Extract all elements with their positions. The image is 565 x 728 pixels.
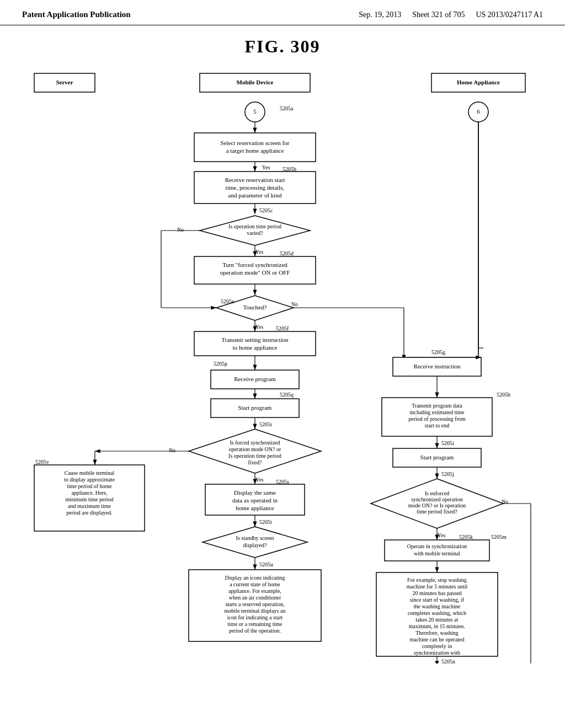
disp-icon-t4: when an air conditioner bbox=[229, 595, 281, 601]
transmit-setting-text-1: Transmit setting instruction bbox=[221, 336, 289, 343]
ref-5205t: 5205t bbox=[259, 519, 272, 525]
operate-sync-t2: with mobile terminal bbox=[414, 550, 460, 556]
yes-label-1: Yes bbox=[262, 164, 270, 170]
transmit-prog-t1: Transmit program data bbox=[412, 403, 462, 409]
flowchart-container: Server Mobile Device Home Appliance 5 52… bbox=[18, 68, 547, 666]
example-t6: completes washing, which bbox=[408, 610, 466, 616]
ref-5205m-label: 5205m bbox=[491, 534, 507, 540]
ref-5205g-label: 5205g bbox=[431, 349, 445, 355]
no-label-3: No bbox=[169, 447, 175, 453]
select-reservation-text-2: a target home appliance bbox=[226, 147, 284, 154]
start-program-app-text: Start program bbox=[420, 454, 454, 461]
cause-t1: Cause mobile terminal bbox=[65, 470, 115, 476]
example-t5: the washing machine bbox=[414, 603, 461, 609]
receive-program-text: Receive program bbox=[234, 376, 276, 382]
header-right: Sep. 19, 2013 Sheet 321 of 705 US 2013/0… bbox=[359, 10, 543, 19]
ref-5205a: 5205a bbox=[280, 105, 294, 111]
cause-t2: to display approximate bbox=[64, 477, 115, 483]
disp-icon-t5: starts a reserved operation, bbox=[225, 601, 284, 607]
ref-5205c: 5205c bbox=[259, 207, 273, 213]
yes-label-5: Yes bbox=[438, 532, 446, 538]
ref-5205j-label: 5205j bbox=[441, 471, 454, 477]
ref-5205d: 5205d bbox=[280, 250, 294, 256]
ref-5205q: 5205q bbox=[280, 392, 294, 398]
publication-date: Sep. 19, 2013 bbox=[359, 10, 401, 19]
cause-t5: minimum time period bbox=[65, 496, 113, 502]
ref-5205i-label: 5205i bbox=[441, 440, 454, 446]
circle-5-label: 5 bbox=[253, 108, 257, 115]
yes-label-2: Yes bbox=[255, 249, 264, 255]
receive-instruction-text: Receive instruction bbox=[413, 363, 461, 370]
operate-sync-t1: Operate in synchronization bbox=[407, 543, 467, 549]
op-diamond-text-1: Is operation time period bbox=[228, 223, 281, 229]
disp-icon-t1: Display an icons indicating bbox=[225, 575, 285, 581]
receive-res-text-3: and parameter of kind bbox=[228, 192, 282, 199]
ref-5205n-label: 5205n bbox=[441, 659, 455, 663]
yes-label-4: Yes bbox=[255, 477, 264, 483]
disp-icon-t7: icon for indicating a start bbox=[227, 614, 283, 620]
standby-text-1: Is standby screen bbox=[236, 535, 274, 541]
sheet-info: Sheet 321 of 705 bbox=[412, 10, 465, 19]
cause-t7: period are displayed. bbox=[66, 510, 113, 516]
turn-text-2: operation mode" ON or OFF bbox=[220, 269, 290, 276]
receive-res-text-2: time, processing details, bbox=[226, 184, 285, 191]
disp-icon-t9: period of the operation. bbox=[229, 628, 281, 634]
page-header: Patent Application Publication Sep. 19, … bbox=[0, 0, 565, 25]
transmit-setting-text-2: to home appliance bbox=[233, 344, 278, 351]
ref-5205e: 5205e bbox=[221, 298, 234, 304]
display-same-text-2: data as operated in bbox=[232, 497, 278, 504]
figure-title: FIG. 309 bbox=[17, 36, 548, 57]
example-t7: takes 20 minutes at bbox=[416, 617, 459, 623]
mobile-label: Mobile Device bbox=[237, 79, 274, 85]
yes-label-3: Yes bbox=[255, 324, 264, 330]
start-program-mobile-text: Start program bbox=[238, 404, 272, 411]
display-same-text-1: Display the same bbox=[234, 489, 276, 496]
ref-5205u: 5205u bbox=[259, 561, 273, 568]
example-t4: since start of washing, if bbox=[410, 597, 465, 603]
ref-5205v-label: 5205v bbox=[35, 459, 49, 465]
example-t1: For example, stop washing bbox=[407, 577, 467, 583]
flowchart-svg: Server Mobile Device Home Appliance 5 52… bbox=[18, 68, 547, 663]
enforced-t3: mode ON? or Is operation bbox=[408, 502, 466, 508]
ref-5205r: 5205r bbox=[259, 421, 273, 427]
ref-5205f: 5205f bbox=[276, 325, 289, 331]
ref-5205k-label: 5205k bbox=[459, 534, 473, 540]
disp-icon-t8: time or a remaining time bbox=[228, 621, 282, 627]
turn-text-1: Turn "forced synchronized bbox=[222, 261, 287, 268]
enforced-t4: time period fixed? bbox=[417, 508, 457, 515]
forced-text-1: Is forced synchronized bbox=[230, 440, 280, 446]
circle-6-label: 6 bbox=[477, 108, 480, 115]
ref-5205h-label: 5205h bbox=[497, 392, 510, 398]
touched-text: Touched? bbox=[243, 304, 267, 311]
forced-text-3: Is operation time period bbox=[228, 453, 281, 459]
display-same-text-3: home appliance bbox=[236, 505, 274, 511]
example-t10: machine can be operated bbox=[409, 636, 464, 643]
example-t2: machine for 5 minutes until bbox=[407, 584, 468, 590]
example-t9: Therefore, washing bbox=[415, 630, 459, 636]
example-t8: maximum, in 15 minutes. bbox=[409, 623, 466, 629]
disp-icon-t3: appliance. For example, bbox=[228, 588, 281, 594]
server-label: Server bbox=[56, 79, 73, 85]
appliance-label: Home Appliance bbox=[457, 79, 500, 85]
patent-number: US 2013/0247117 A1 bbox=[476, 10, 543, 19]
cause-t3: time period of home bbox=[67, 483, 112, 489]
no-label-1: No bbox=[177, 227, 184, 233]
diagram-area: FIG. 309 Server Mobile Device Home Appli… bbox=[0, 25, 565, 677]
patent-publication-label: Patent Application Publication bbox=[22, 10, 131, 19]
enforced-t1: Is enforced bbox=[425, 490, 450, 496]
forced-text-2: operation mode ON? or bbox=[229, 446, 281, 452]
example-t12: synchronization with bbox=[414, 650, 460, 656]
forced-text-4: fixed? bbox=[248, 459, 263, 465]
disp-icon-t6: mobile terminal displays an bbox=[225, 608, 286, 614]
example-t3: 20 minutes has passed bbox=[412, 590, 461, 596]
example-t11: completely in bbox=[422, 643, 452, 649]
enforced-t2: synchronized operation bbox=[411, 496, 463, 502]
no-label-2: No bbox=[291, 301, 298, 307]
standby-text-2: displayed? bbox=[243, 542, 267, 548]
select-reservation-text-1: Select reservation screen for bbox=[221, 140, 290, 146]
receive-res-text-1: Receive reservation start bbox=[225, 176, 285, 183]
disp-icon-t2: a current state of home bbox=[230, 581, 280, 587]
op-diamond-text-2: varied? bbox=[247, 230, 263, 236]
cause-t4: appliance. Here, bbox=[71, 490, 107, 496]
cause-t6: and maximum time bbox=[68, 503, 111, 509]
